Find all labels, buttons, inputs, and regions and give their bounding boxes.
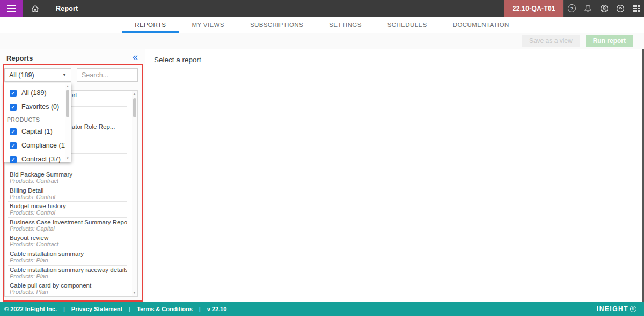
tab-reports[interactable]: REPORTS — [122, 17, 179, 33]
report-app-window: Report 22.10-QA-T01 ? — [0, 0, 644, 316]
checkbox-checked-icon[interactable]: ✓ — [10, 104, 17, 111]
report-title: Billing Detail — [10, 187, 127, 194]
reports-sidebar: Reports « All (189) ▼ ortrator Role Rep.… — [0, 49, 145, 302]
environment-badge: 22.10-QA-T01 — [504, 0, 564, 17]
filter-dropdown-menu: ✓All (189)✓Favorites (0)PRODUCTS✓Capital… — [4, 83, 71, 162]
filter-option-contract-37-[interactable]: ✓Contract (37) — [4, 152, 71, 166]
report-products-subtitle: Products: Contract — [10, 178, 127, 184]
filter-option-all-189-[interactable]: ✓All (189) — [4, 86, 71, 100]
report-list-item[interactable]: Bid Package SummaryProducts: Contract — [5, 170, 137, 186]
scroll-down-icon[interactable]: ▼ — [65, 156, 70, 161]
scroll-down-icon[interactable]: ▼ — [132, 290, 137, 296]
top-bar: Report 22.10-QA-T01 ? — [0, 0, 644, 17]
report-products-subtitle: Products: Contract — [10, 241, 127, 247]
tab-my-views[interactable]: MY VIEWS — [179, 17, 237, 33]
tab-documentation[interactable]: DOCUMENTATION — [440, 17, 522, 33]
filter-option-label: Capital (1) — [21, 128, 53, 135]
sidebar-title: Reports — [6, 54, 33, 62]
scrollbar-thumb[interactable] — [66, 90, 69, 117]
footer-link-terms-conditions[interactable]: Terms & Conditions — [137, 306, 193, 312]
run-report-button[interactable]: Run report — [586, 35, 633, 47]
dropdown-scrollbar[interactable]: ▲ ▼ — [65, 84, 70, 161]
report-title: Cable installation summary raceway detai… — [10, 267, 127, 273]
report-list-item[interactable]: Budget move historyProducts: Control — [5, 202, 137, 218]
tab-settings[interactable]: SETTINGS — [316, 17, 375, 33]
cloud-platform-button[interactable] — [612, 0, 628, 17]
bell-icon — [584, 4, 592, 12]
empty-state-text: Select a report — [154, 56, 201, 64]
filter-dropdown[interactable]: All (189) ▼ — [4, 68, 71, 82]
tab-schedules[interactable]: SCHEDULES — [375, 17, 440, 33]
home-button[interactable] — [23, 0, 47, 17]
report-title: Bid Package Summary — [10, 171, 127, 178]
help-button[interactable]: ? — [564, 0, 580, 17]
apps-button[interactable] — [628, 0, 644, 17]
report-title: Business Case Investment Summary Report — [10, 219, 127, 225]
help-icon: ? — [568, 4, 576, 12]
scroll-up-icon[interactable]: ▲ — [65, 84, 70, 89]
ineight-logo: INEIGHT ® — [597, 305, 644, 313]
report-list-item[interactable]: Buyout reviewProducts: Contract — [5, 233, 137, 249]
filter-dropdown-value: All (189) — [9, 71, 34, 79]
nav-tab-bar: REPORTSMY VIEWSSUBSCRIPTIONSSETTINGSSCHE… — [0, 17, 644, 33]
footer-separator: | — [199, 306, 201, 312]
report-list-scrollbar[interactable]: ▲ ▼ — [132, 91, 137, 296]
report-products-subtitle: Products: Plan — [10, 289, 127, 295]
filter-option-label: Contract (37) — [21, 156, 61, 163]
checkbox-checked-icon[interactable]: ✓ — [10, 142, 17, 149]
footer-link-v-22-10[interactable]: v 22.10 — [207, 306, 227, 312]
collapse-panel-icon[interactable]: « — [133, 52, 138, 63]
report-list-item[interactable]: Cable pull card by componentProducts: Pl… — [5, 281, 137, 297]
checkbox-checked-icon[interactable]: ✓ — [10, 128, 17, 135]
checkbox-checked-icon[interactable]: ✓ — [10, 90, 17, 97]
report-list-item[interactable]: Billing DetailProducts: Control — [5, 186, 137, 202]
account-button[interactable] — [596, 0, 612, 17]
action-toolbar: Save as a view Run report — [0, 33, 644, 49]
menu-section-header: PRODUCTS — [4, 114, 71, 124]
report-products-subtitle: Products: Plan — [10, 273, 127, 280]
report-list-item[interactable]: Cable installation summaryProducts: Plan — [5, 249, 137, 266]
filter-option-label: Compliance (11) — [21, 142, 70, 149]
apps-grid-icon — [633, 5, 640, 12]
footer-links: |Privacy Statement|Terms & Conditions|v … — [57, 306, 226, 312]
footer-bar: © 2022 InEight Inc. |Privacy Statement|T… — [0, 302, 644, 316]
scrollbar-thumb[interactable] — [133, 98, 136, 117]
report-list-item[interactable]: Cable installation summary raceway detai… — [5, 266, 137, 282]
content-area: Reports « All (189) ▼ ortrator Role Rep.… — [0, 49, 644, 302]
filter-option-favorites-0-[interactable]: ✓Favorites (0) — [4, 100, 71, 114]
report-title: Budget move history — [10, 203, 127, 209]
report-title: Cable installation summary — [10, 251, 127, 257]
hamburger-menu-button[interactable] — [0, 0, 23, 17]
app-title: Report — [47, 0, 78, 17]
scroll-up-icon[interactable]: ▲ — [132, 91, 137, 97]
filter-option-label: Favorites (0) — [21, 103, 59, 111]
report-products-subtitle: Products: Plan — [10, 257, 127, 263]
copyright-text: © 2022 InEight Inc. — [0, 306, 57, 312]
filter-option-label: All (189) — [21, 89, 47, 97]
report-title: Cable pull card by component — [10, 282, 127, 289]
top-bar-right: 22.10-QA-T01 ? — [504, 0, 644, 17]
report-products-subtitle: Products: Control — [10, 209, 127, 216]
filter-option-capital-1-[interactable]: ✓Capital (1) — [4, 124, 71, 138]
report-title: Buyout review — [10, 234, 127, 241]
home-icon — [31, 5, 39, 12]
report-products-subtitle: Products: Control — [10, 194, 127, 200]
report-list-item[interactable]: Business Case Investment Summary ReportP… — [5, 218, 137, 234]
filter-option-compliance-11-[interactable]: ✓Compliance (11) — [4, 138, 71, 152]
ineight-logo-mark: ® — [630, 306, 636, 312]
checkbox-checked-icon[interactable]: ✓ — [10, 156, 17, 163]
tab-subscriptions[interactable]: SUBSCRIPTIONS — [237, 17, 316, 33]
main-report-area: Select a report — [145, 49, 642, 302]
notifications-button[interactable] — [580, 0, 596, 17]
chevron-down-icon: ▼ — [62, 72, 67, 77]
footer-link-privacy-statement[interactable]: Privacy Statement — [71, 306, 122, 312]
ineight-logo-text: INEIGHT — [597, 305, 628, 313]
search-input[interactable] — [77, 68, 138, 82]
user-account-icon — [600, 4, 609, 13]
save-as-view-button[interactable]: Save as a view — [522, 35, 580, 47]
footer-separator: | — [63, 306, 65, 312]
globe-icon — [616, 4, 625, 13]
footer-separator: | — [129, 306, 130, 312]
report-products-subtitle: Products: Capital — [10, 225, 127, 232]
